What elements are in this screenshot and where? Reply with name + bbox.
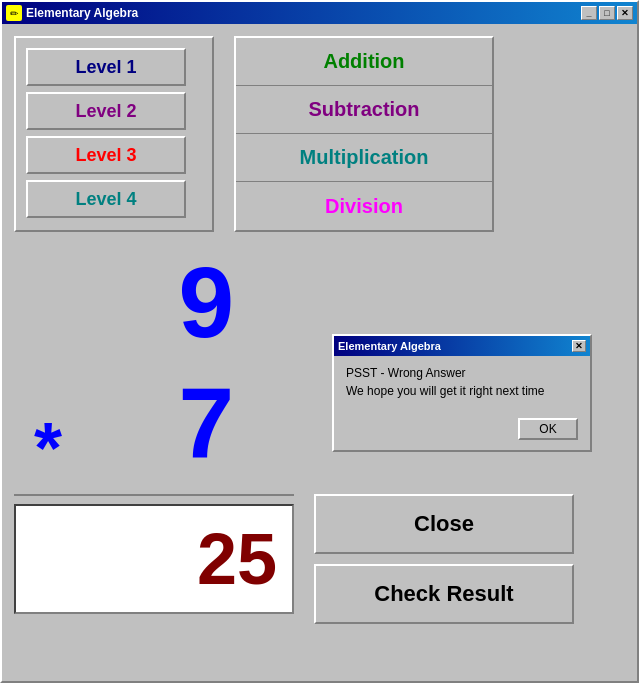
level-1-button[interactable]: Level 1 bbox=[26, 48, 186, 86]
dialog-close-button[interactable]: ✕ bbox=[572, 340, 586, 352]
dialog-ok-button[interactable]: OK bbox=[518, 418, 578, 440]
minimize-button[interactable]: _ bbox=[581, 6, 597, 20]
top-section: Level 1 Level 2 Level 3 Level 4 Addition… bbox=[14, 36, 625, 232]
answer-box[interactable]: 25 bbox=[14, 504, 294, 614]
app-icon: ✏ bbox=[6, 5, 22, 21]
check-result-button[interactable]: Check Result bbox=[314, 564, 574, 624]
title-bar-left: ✏ Elementary Algebra bbox=[6, 5, 138, 21]
level-3-button[interactable]: Level 3 bbox=[26, 136, 186, 174]
first-number: 9 bbox=[178, 252, 234, 352]
action-buttons: Close Check Result bbox=[314, 494, 574, 624]
answer-container: 25 bbox=[14, 494, 294, 614]
level-panel: Level 1 Level 2 Level 3 Level 4 bbox=[14, 36, 214, 232]
dialog-line1: PSST - Wrong Answer bbox=[346, 366, 578, 380]
multiplication-button[interactable]: Multiplication bbox=[236, 134, 492, 182]
level-2-button[interactable]: Level 2 bbox=[26, 92, 186, 130]
division-button[interactable]: Division bbox=[236, 182, 492, 230]
close-window-button[interactable]: ✕ bbox=[617, 6, 633, 20]
main-content: Level 1 Level 2 Level 3 Level 4 Addition… bbox=[2, 24, 637, 636]
dialog-title-bar: Elementary Algebra ✕ bbox=[334, 336, 590, 356]
dialog-content: PSST - Wrong Answer We hope you will get… bbox=[334, 356, 590, 412]
title-bar: ✏ Elementary Algebra _ □ ✕ bbox=[2, 2, 637, 24]
dialog-title-text: Elementary Algebra bbox=[338, 340, 441, 352]
operation-panel: Addition Subtraction Multiplication Divi… bbox=[234, 36, 494, 232]
operator-row: * 7 bbox=[34, 352, 234, 484]
dialog-footer: OK bbox=[334, 412, 590, 450]
operator-symbol: * bbox=[34, 412, 62, 484]
window-title: Elementary Algebra bbox=[26, 6, 138, 20]
subtraction-button[interactable]: Subtraction bbox=[236, 86, 492, 134]
second-number: 7 bbox=[178, 373, 234, 473]
title-bar-buttons: _ □ ✕ bbox=[581, 6, 633, 20]
divider bbox=[14, 494, 294, 496]
math-numbers-area: 9 * 7 bbox=[34, 252, 234, 484]
answer-section: 25 Close Check Result bbox=[14, 494, 625, 624]
close-button[interactable]: Close bbox=[314, 494, 574, 554]
dialog-line2: We hope you will get it right next time bbox=[346, 384, 578, 398]
main-window: ✏ Elementary Algebra _ □ ✕ Level 1 Level… bbox=[0, 0, 639, 683]
level-4-button[interactable]: Level 4 bbox=[26, 180, 186, 218]
addition-button[interactable]: Addition bbox=[236, 38, 492, 86]
dialog-box: Elementary Algebra ✕ PSST - Wrong Answer… bbox=[332, 334, 592, 452]
answer-value: 25 bbox=[197, 518, 277, 600]
maximize-button[interactable]: □ bbox=[599, 6, 615, 20]
